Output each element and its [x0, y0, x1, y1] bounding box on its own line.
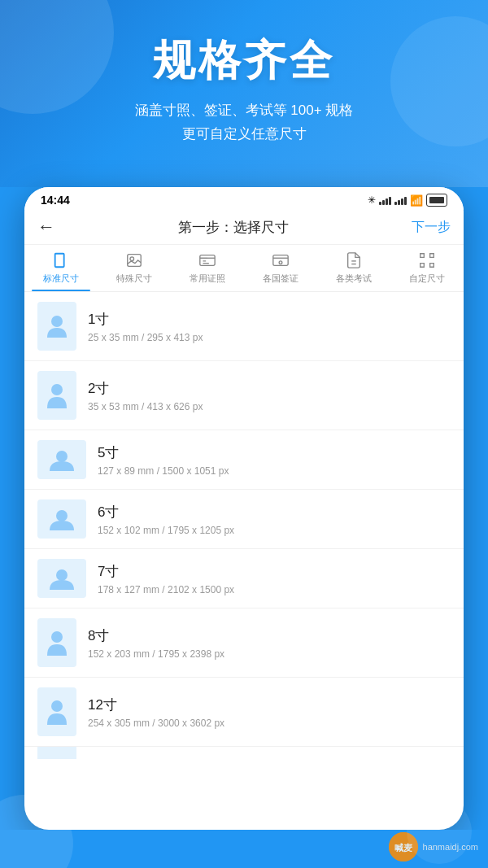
hero-section: 规格齐全 涵盖寸照、签证、考试等 100+ 规格 更可自定义任意尺寸 [0, 0, 488, 187]
item-detail: 127 x 89 mm / 1500 x 1051 px [98, 465, 451, 477]
list-item[interactable]: 5寸 127 x 89 mm / 1500 x 1051 px [24, 430, 464, 490]
item-thumbnail [37, 371, 76, 420]
item-name: 1寸 [88, 310, 451, 329]
tab-special-size[interactable]: 特殊尺寸 [98, 251, 171, 291]
item-detail: 25 x 35 mm / 295 x 413 px [88, 332, 451, 343]
svg-point-17 [51, 631, 63, 643]
tab-standard-label: 标准尺寸 [43, 273, 79, 285]
next-button[interactable]: 下一步 [412, 219, 451, 236]
item-thumbnail [37, 618, 76, 667]
bluetooth-icon: ✳ [368, 194, 376, 206]
item-info: 12寸 254 x 305 mm / 3000 x 3602 px [88, 696, 451, 729]
list-item[interactable]: 6寸 152 x 102 mm / 1795 x 1205 px [24, 490, 464, 549]
item-name: 5寸 [98, 443, 451, 462]
list-item[interactable]: 8寸 152 x 203 mm / 1795 x 2398 px [24, 608, 464, 678]
list-item[interactable]: 7寸 178 x 127 mm / 2102 x 1500 px [24, 549, 464, 608]
tab-common-icon [198, 251, 216, 269]
nav-title: 第一步：选择尺寸 [178, 218, 289, 237]
svg-rect-1 [128, 255, 142, 267]
hero-subtitle-line1: 涵盖寸照、签证、考试等 100+ 规格 [16, 99, 472, 123]
bar1 [379, 202, 381, 205]
tab-visa-label: 各国签证 [263, 273, 298, 285]
tab-common-label: 常用证照 [190, 273, 225, 285]
item-info: 7寸 178 x 127 mm / 2102 x 1500 px [98, 562, 451, 595]
status-bar: 14:44 ✳ 📶 [24, 187, 464, 210]
watermark-logo: 喊麦 [389, 832, 418, 861]
item-detail: 152 x 102 mm / 1795 x 1205 px [98, 525, 451, 536]
back-button[interactable]: ← [37, 216, 55, 238]
person-avatar-icon [46, 381, 68, 410]
bar2 [398, 200, 400, 205]
status-time: 14:44 [41, 194, 70, 207]
bar4 [389, 197, 391, 205]
svg-rect-3 [200, 255, 215, 266]
hero-title: 规格齐全 [16, 33, 472, 89]
item-name: 6寸 [98, 503, 451, 521]
svg-point-12 [51, 316, 63, 327]
person-avatar-icon [46, 567, 77, 590]
bottom-section: 喊麦 hanmaidj.com [0, 830, 488, 868]
bar3 [386, 198, 388, 205]
item-name: 12寸 [88, 696, 451, 714]
item-thumbnail-landscape [37, 559, 86, 598]
signal-bars-2 [394, 195, 407, 205]
tab-bar: 标准尺寸 特殊尺寸 常用证照 [24, 245, 464, 292]
signal-bars-1 [379, 195, 391, 205]
tab-standard-size[interactable]: 标准尺寸 [24, 251, 98, 291]
person-avatar-icon [46, 508, 77, 530]
item-info: 5寸 127 x 89 mm / 1500 x 1051 px [98, 443, 451, 477]
svg-point-14 [56, 451, 68, 462]
item-info: 1寸 25 x 35 mm / 295 x 413 px [88, 310, 451, 343]
hero-subtitle-line2: 更可自定义任意尺寸 [16, 123, 472, 146]
tab-visa[interactable]: 各国签证 [244, 251, 317, 291]
item-thumbnail-landscape [37, 499, 86, 539]
item-name: 2寸 [88, 379, 451, 398]
item-name: 8寸 [88, 626, 451, 645]
bar3 [401, 198, 403, 205]
item-name: 7寸 [98, 562, 451, 581]
list-item-partial[interactable] [24, 747, 464, 759]
list-item[interactable]: 1寸 25 x 35 mm / 295 x 413 px [24, 292, 464, 361]
person-avatar-icon [46, 448, 77, 471]
hero-subtitle: 涵盖寸照、签证、考试等 100+ 规格 更可自定义任意尺寸 [16, 99, 472, 146]
svg-rect-0 [55, 254, 64, 268]
tab-custom-label: 自定尺寸 [409, 273, 445, 285]
battery-indicator [426, 194, 447, 207]
tab-visa-icon [272, 251, 290, 269]
item-detail: 254 x 305 mm / 3000 x 3602 px [88, 718, 451, 729]
person-avatar-icon [46, 313, 68, 339]
tab-special-icon [125, 251, 143, 269]
tab-common-id[interactable]: 常用证照 [171, 251, 244, 291]
tab-exam-icon [345, 251, 363, 269]
item-thumbnail-landscape [37, 440, 86, 479]
person-avatar-icon [46, 697, 68, 726]
phone-frame: 14:44 ✳ 📶 ← 第一步：选择尺寸 下一步 [24, 187, 464, 830]
svg-point-18 [51, 700, 63, 712]
item-info: 6寸 152 x 102 mm / 1795 x 1205 px [98, 503, 451, 536]
item-thumbnail [37, 747, 76, 759]
watermark-site: hanmaidj.com [423, 842, 478, 852]
svg-point-16 [56, 569, 68, 581]
tab-custom-size[interactable]: 自定尺寸 [390, 251, 464, 291]
item-detail: 152 x 203 mm / 1795 x 2398 px [88, 648, 451, 660]
watermark: 喊麦 hanmaidj.com [389, 832, 478, 861]
status-right: ✳ 📶 [368, 194, 447, 207]
tab-exam-label: 各类考试 [336, 273, 372, 285]
svg-point-2 [130, 257, 134, 261]
list-item[interactable]: 2寸 35 x 53 mm / 413 x 626 px [24, 361, 464, 430]
tab-exam[interactable]: 各类考试 [317, 251, 390, 291]
svg-point-13 [51, 384, 63, 395]
list-item[interactable]: 12寸 254 x 305 mm / 3000 x 3602 px [24, 678, 464, 747]
item-detail: 35 x 53 mm / 413 x 626 px [88, 401, 451, 412]
tab-special-label: 特殊尺寸 [116, 273, 152, 285]
svg-point-15 [56, 510, 68, 521]
item-thumbnail [37, 302, 76, 351]
battery-level [429, 197, 444, 203]
tab-custom-icon [418, 251, 436, 269]
nav-bar: ← 第一步：选择尺寸 下一步 [24, 210, 464, 245]
bar4 [404, 197, 407, 205]
bar1 [394, 202, 397, 205]
item-info: 2寸 35 x 53 mm / 413 x 626 px [88, 379, 451, 412]
svg-point-9 [279, 261, 282, 264]
watermark-icon: 喊麦 [389, 832, 418, 861]
